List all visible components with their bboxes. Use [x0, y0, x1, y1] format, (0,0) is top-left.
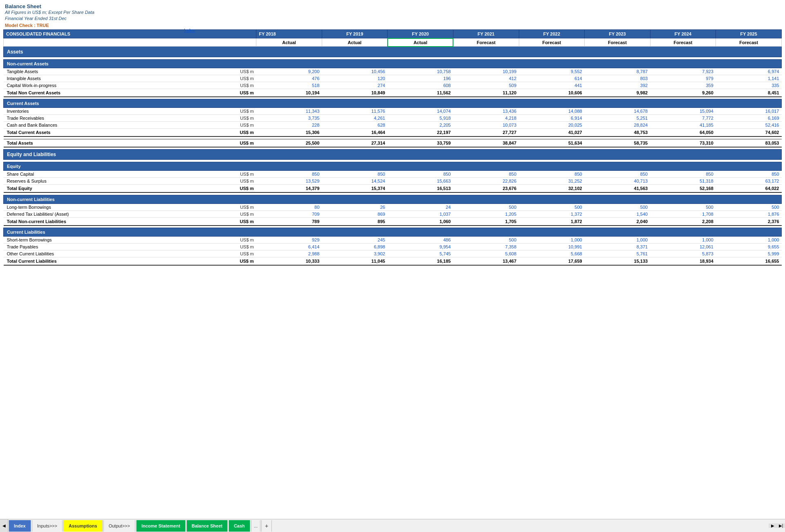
subtitle2: Financial Year Ended 31st Dec — [5, 16, 780, 22]
table-row: Tangible AssetsUS$ m9,20010,45610,75810,… — [4, 68, 782, 75]
col-fy2018: FY 2018 — [256, 29, 322, 38]
tab-scroll-left-arrow[interactable]: ◀ — [0, 519, 8, 532]
sub-fy2021: Forecast — [453, 38, 519, 47]
table-body: AssetsNon-current AssetsTangible AssetsU… — [4, 47, 782, 266]
table-row: Long-term BorrowingsUS$ m802624500500500… — [4, 203, 782, 210]
tab-balance-sheet[interactable]: Balance Sheet — [186, 520, 228, 532]
col-fy2021: FY 2021 — [453, 29, 519, 38]
tab-inputs[interactable]: Inputs>>> — [32, 520, 63, 532]
total-row: Total Current AssetsUS$ m15,30616,46422,… — [4, 129, 782, 137]
table-wrapper: CONSOLIDATED FINANCIALS FY 2018 FY 2019 … — [0, 29, 785, 266]
tab-cash[interactable]: Cash — [229, 520, 250, 532]
page-wrapper: Balance Sheet All Figures in US$ m; Exce… — [0, 0, 785, 532]
total-row: Total EquityUS$ m14,37915,37416,51323,67… — [4, 185, 782, 193]
section-header-row: Current Liabilities — [4, 228, 782, 237]
col-fy2019: FY 2019 — [322, 29, 388, 38]
table-row: Trade PayablesUS$ m6,4146,8989,9547,3581… — [4, 244, 782, 250]
sub-fy2023: Forecast — [585, 38, 650, 47]
tab-more[interactable]: ... — [251, 520, 260, 532]
tab-income-statement[interactable]: Income Statement — [136, 520, 186, 532]
sub-fy2022: Forecast — [519, 38, 585, 47]
blue-section-row: Assets — [4, 47, 782, 57]
section-header-row: Equity — [4, 162, 782, 171]
main-table: CONSOLIDATED FINANCIALS FY 2018 FY 2019 … — [3, 29, 782, 266]
column-header-row: CONSOLIDATED FINANCIALS FY 2018 FY 2019 … — [4, 29, 782, 38]
section-header-row: Non-current Liabilities — [4, 195, 782, 203]
consolidated-label: CONSOLIDATED FINANCIALS — [4, 29, 256, 38]
tab-index[interactable]: Index — [9, 520, 31, 532]
table-row: InventoriesUS$ m11,34311,57614,07413,436… — [4, 108, 782, 115]
table-row: Other Current LiabilitiesUS$ m2,9883,902… — [4, 250, 782, 257]
subtitle1: All Figures in US$ m; Except Per Share D… — [5, 9, 780, 16]
col-fy2025: FY 2025 — [716, 29, 782, 38]
sub-fy2019: Actual — [322, 38, 388, 47]
col-fy2020: FY 2020 — [388, 29, 453, 38]
index-link[interactable]: Index — [184, 28, 195, 33]
col-fy2023: FY 2023 — [585, 29, 650, 38]
table-row: Share CapitalUS$ m8508508508508508508508… — [4, 171, 782, 178]
subheader-row: Actual Actual Actual Forecast Forecast F… — [4, 38, 782, 47]
tab-scroll-right[interactable]: ▶ — [769, 523, 777, 528]
sub-fy2018: Actual — [256, 38, 322, 47]
section-header-row: Current Assets — [4, 99, 782, 108]
balance-sheet-title: Balance Sheet — [5, 3, 780, 9]
blue-section-row: Equity and Liabilities — [4, 150, 782, 160]
tab-bar: ◀ Index Inputs>>> Assumptions Output>>> … — [0, 519, 785, 532]
header-section: Balance Sheet All Figures in US$ m; Exce… — [0, 0, 785, 29]
tab-assumptions[interactable]: Assumptions — [63, 520, 103, 532]
table-row: Short-term BorrowingsUS$ m9292454865001,… — [4, 237, 782, 244]
col-fy2022: FY 2022 — [519, 29, 585, 38]
total-row: Total AssetsUS$ m25,50027,31433,75938,84… — [4, 139, 782, 147]
total-row: Total Non Current AssetsUS$ m10,19410,84… — [4, 89, 782, 97]
total-row: Total Non-current LiabilitiesUS$ m789895… — [4, 217, 782, 226]
table-row: Trade ReceivablesUS$ m3,7354,2615,9184,2… — [4, 115, 782, 122]
table-row: Reserves & SurplusUS$ m13,52914,52415,66… — [4, 178, 782, 185]
sub-fy2025: Forecast — [716, 38, 782, 47]
tab-add[interactable]: + — [261, 520, 272, 532]
table-row: Cash and Bank BalancesUS$ m2286282,20510… — [4, 122, 782, 129]
col-fy2024: FY 2024 — [650, 29, 716, 38]
tab-scroll-end[interactable]: ▶| — [777, 523, 785, 528]
model-check: Model Check : TRUE — [5, 23, 780, 28]
sub-fy2024: Forecast — [650, 38, 716, 47]
tab-output[interactable]: Output>>> — [103, 520, 135, 532]
sub-fy2020[interactable]: Actual — [388, 38, 453, 47]
table-row: Capital Work-in-progressUS$ m51827460850… — [4, 82, 782, 89]
total-row: Total Current LiabilitiesUS$ m10,33311,0… — [4, 257, 782, 266]
section-header-row: Non-current Assets — [4, 59, 782, 68]
table-row: Intangible AssetsUS$ m476120196412614803… — [4, 75, 782, 82]
table-row: Deferred Tax Liabilities/ (Asset)US$ m70… — [4, 210, 782, 217]
